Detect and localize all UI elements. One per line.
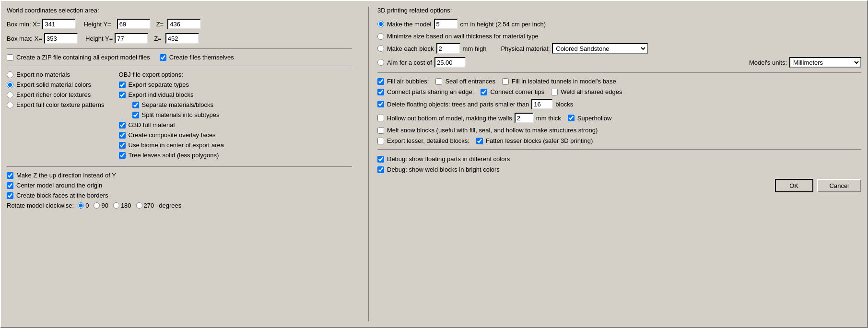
- make-each-block-prefix: Make each block: [387, 45, 434, 52]
- aim-cost-radio[interactable]: [377, 59, 384, 66]
- export-full-radio[interactable]: [7, 102, 13, 108]
- rotate-270-radio[interactable]: [136, 202, 142, 209]
- connect-parts-row: Connect parts sharing an edge: Connect c…: [377, 88, 861, 95]
- create-zip-label: Create a ZIP file containing all export …: [16, 54, 150, 61]
- delete-floating-row: Delete floating objects: trees and parts…: [377, 99, 861, 109]
- fill-air-bubbles-row: Fill air bubbles: Seal off entrances Fil…: [377, 78, 861, 85]
- export-individual-blocks-checkbox[interactable]: [119, 92, 126, 98]
- export-solid-label: Export solid material colors: [16, 81, 91, 88]
- debug-floating-label: Debug: show floating parts in different …: [387, 155, 510, 163]
- export-lesser-checkbox[interactable]: [377, 138, 384, 144]
- create-files-checkbox[interactable]: [160, 54, 166, 61]
- delete-floating-checkbox[interactable]: [377, 101, 384, 107]
- debug-weld-row: Debug: show weld blocks in bright colors: [377, 166, 861, 173]
- make-each-block-value-input[interactable]: [436, 43, 460, 54]
- create-zip-row: Create a ZIP file containing all export …: [7, 54, 352, 61]
- rotate-90-radio[interactable]: [94, 202, 100, 209]
- debug-floating-row: Debug: show floating parts in different …: [377, 155, 861, 163]
- aim-cost-prefix: Aim for a cost of: [387, 59, 432, 66]
- export-no-materials-radio[interactable]: [7, 71, 13, 78]
- height-y2-input[interactable]: [115, 33, 148, 44]
- debug-weld-checkbox[interactable]: [377, 166, 384, 173]
- debug-area: Debug: show floating parts in different …: [377, 155, 861, 173]
- hollow-out-prefix: Hollow out bottom of model, making the w…: [387, 115, 512, 122]
- composite-checkbox[interactable]: [119, 132, 126, 139]
- box-max-x-label: Box max: X=: [7, 35, 42, 42]
- rotate-0-radio[interactable]: [78, 202, 84, 209]
- delete-floating-value-input[interactable]: [531, 99, 553, 109]
- z2-label: Z=: [154, 35, 162, 42]
- hollow-out-value-input[interactable]: [515, 113, 534, 123]
- z2-input[interactable]: [165, 33, 199, 44]
- split-materials-row: Split materials into subtypes: [132, 111, 224, 118]
- make-each-block-suffix: mm high: [463, 45, 487, 52]
- connect-parts-checkbox[interactable]: [377, 89, 384, 95]
- export-solid-radio[interactable]: [7, 82, 13, 88]
- dialog: World coordinates selection area: Box mi…: [0, 0, 868, 328]
- superhollow-checkbox[interactable]: [568, 115, 575, 121]
- connect-parts-label: Connect parts sharing an edge:: [387, 88, 474, 95]
- rotate-row: Rotate model clockwise: 0 90 180 270: [7, 202, 352, 209]
- weld-shared-edges-label: Weld all shared edges: [561, 88, 622, 95]
- block-faces-checkbox[interactable]: [7, 192, 13, 199]
- export-full-row: Export full color texture patterns: [7, 101, 105, 108]
- make-z-up-checkbox[interactable]: [7, 172, 13, 179]
- melt-snow-checkbox[interactable]: [377, 127, 384, 134]
- export-individual-blocks-label: Export individual blocks: [129, 91, 194, 98]
- cancel-button[interactable]: Cancel: [817, 179, 861, 192]
- hollow-out-checkbox[interactable]: [377, 115, 384, 121]
- fill-air-bubbles-label: Fill air bubbles:: [387, 78, 429, 85]
- fill-isolated-tunnels-label: Fill in isolated tunnels in model's base: [512, 78, 616, 85]
- export-richer-radio[interactable]: [7, 92, 13, 98]
- tree-leaves-checkbox[interactable]: [119, 152, 126, 159]
- composite-row: Create composite overlay faces: [119, 131, 224, 139]
- biome-checkbox[interactable]: [119, 142, 126, 149]
- seal-off-entrances-checkbox[interactable]: [435, 78, 442, 85]
- physical-material-select[interactable]: Colored Sandstone White Strong & Flexibl…: [552, 43, 648, 54]
- world-coords-title: World coordinates selection area:: [7, 7, 352, 14]
- fill-air-bubbles-checkbox[interactable]: [377, 78, 384, 85]
- box-max-x-input[interactable]: [44, 33, 78, 44]
- debug-weld-label: Debug: show weld blocks in bright colors: [387, 166, 500, 173]
- biome-label: Use biome in center of export area: [129, 141, 224, 149]
- physical-material-label: Physical material:: [501, 45, 550, 52]
- models-units-select[interactable]: Millimeters Centimeters Meters Inches Fe…: [789, 57, 861, 68]
- rotate-180-option: 180: [113, 202, 131, 209]
- height-y1-label: Height Y=: [83, 21, 111, 28]
- fatten-lesser-checkbox[interactable]: [476, 138, 483, 144]
- make-z-up-row: Make Z the up direction instead of Y: [7, 172, 352, 179]
- weld-shared-edges-checkbox[interactable]: [551, 89, 558, 95]
- center-model-checkbox[interactable]: [7, 182, 13, 189]
- superhollow-label: Superhollow: [577, 115, 612, 122]
- aim-cost-value-input[interactable]: [434, 57, 466, 68]
- height-y1-input[interactable]: [117, 19, 151, 29]
- rotate-180-radio[interactable]: [113, 202, 119, 209]
- minimize-size-radio[interactable]: [377, 33, 384, 40]
- separate-materials-row: Separate materials/blocks: [132, 101, 224, 108]
- make-model-radio[interactable]: [377, 21, 384, 27]
- debug-floating-checkbox[interactable]: [377, 156, 384, 163]
- connect-corner-tips-checkbox[interactable]: [481, 89, 487, 95]
- export-separate-types-checkbox[interactable]: [119, 82, 126, 88]
- make-model-row: Make the model cm in height (2.54 cm per…: [377, 19, 861, 29]
- obj-options-section: OBJ file export options: Export separate…: [119, 71, 224, 162]
- fatten-lesser-label: Fatten lesser blocks (safer 3D printing): [486, 137, 593, 144]
- minimize-size-row: Minimize size based on wall thickness fo…: [377, 33, 861, 40]
- left-panel: World coordinates selection area: Box mi…: [7, 7, 362, 321]
- export-richer-label: Export richer color textures: [16, 91, 91, 98]
- make-each-block-row: Make each block mm high Physical materia…: [377, 43, 861, 54]
- rotate-180-label: 180: [121, 202, 131, 209]
- make-each-block-radio[interactable]: [377, 45, 384, 52]
- separate-materials-checkbox[interactable]: [132, 102, 139, 108]
- fill-isolated-tunnels-checkbox[interactable]: [502, 78, 509, 85]
- make-model-value-input[interactable]: [434, 19, 458, 29]
- export-material-radios: Export no materials Export solid materia…: [7, 71, 105, 162]
- z1-input[interactable]: [167, 19, 201, 29]
- composite-label: Create composite overlay faces: [129, 131, 216, 139]
- ok-button[interactable]: OK: [775, 179, 813, 192]
- g3d-checkbox[interactable]: [119, 122, 126, 129]
- box-min-x-input[interactable]: [42, 19, 76, 29]
- export-no-materials-row: Export no materials: [7, 71, 105, 78]
- split-materials-checkbox[interactable]: [132, 112, 139, 118]
- create-zip-checkbox[interactable]: [7, 54, 13, 61]
